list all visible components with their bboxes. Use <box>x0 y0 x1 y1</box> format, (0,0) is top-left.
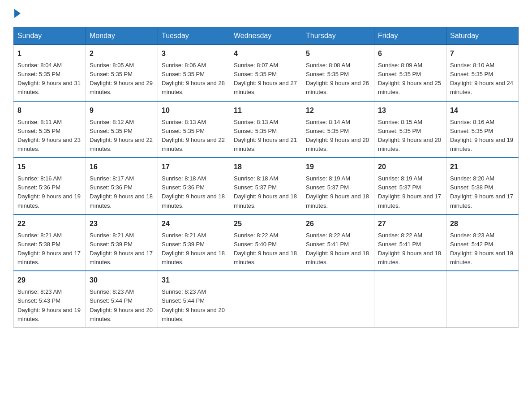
calendar-day-cell: 12 Sunrise: 8:14 AMSunset: 5:35 PMDaylig… <box>302 101 374 158</box>
day-info: Sunrise: 8:13 AMSunset: 5:35 PMDaylight:… <box>162 119 225 152</box>
day-info: Sunrise: 8:19 AMSunset: 5:37 PMDaylight:… <box>378 175 441 209</box>
day-number: 6 <box>378 48 442 59</box>
day-info: Sunrise: 8:18 AMSunset: 5:37 PMDaylight:… <box>234 175 297 209</box>
calendar-day-cell <box>446 271 519 327</box>
day-number: 27 <box>378 218 442 229</box>
calendar-day-cell: 29 Sunrise: 8:23 AMSunset: 5:43 PMDaylig… <box>14 271 86 327</box>
day-number: 26 <box>306 218 370 229</box>
calendar-table: SundayMondayTuesdayWednesdayThursdayFrid… <box>13 27 519 328</box>
day-of-week-header: Thursday <box>302 27 374 45</box>
day-info: Sunrise: 8:16 AMSunset: 5:35 PMDaylight:… <box>450 119 513 152</box>
day-info: Sunrise: 8:23 AMSunset: 5:42 PMDaylight:… <box>450 232 513 265</box>
calendar-day-cell <box>302 271 374 327</box>
day-info: Sunrise: 8:23 AMSunset: 5:43 PMDaylight:… <box>17 288 81 322</box>
calendar-day-cell: 19 Sunrise: 8:19 AMSunset: 5:37 PMDaylig… <box>302 158 374 214</box>
day-number: 3 <box>162 48 226 59</box>
day-number: 13 <box>378 105 442 116</box>
calendar-day-cell: 4 Sunrise: 8:07 AMSunset: 5:35 PMDayligh… <box>230 45 302 101</box>
day-number: 12 <box>306 105 370 116</box>
day-number: 30 <box>90 275 154 286</box>
logo <box>13 9 21 18</box>
day-of-week-header: Friday <box>374 27 446 45</box>
day-number: 29 <box>17 275 82 286</box>
day-info: Sunrise: 8:06 AMSunset: 5:35 PMDaylight:… <box>162 62 225 95</box>
day-info: Sunrise: 8:05 AMSunset: 5:35 PMDaylight:… <box>90 62 153 95</box>
calendar-day-cell: 13 Sunrise: 8:15 AMSunset: 5:35 PMDaylig… <box>374 101 446 158</box>
calendar-day-cell: 31 Sunrise: 8:23 AMSunset: 5:44 PMDaylig… <box>158 271 230 327</box>
calendar-day-cell: 17 Sunrise: 8:18 AMSunset: 5:36 PMDaylig… <box>158 158 230 214</box>
day-number: 7 <box>450 48 515 59</box>
calendar-week-row: 29 Sunrise: 8:23 AMSunset: 5:43 PMDaylig… <box>14 271 519 327</box>
day-info: Sunrise: 8:23 AMSunset: 5:44 PMDaylight:… <box>90 288 153 322</box>
day-info: Sunrise: 8:12 AMSunset: 5:35 PMDaylight:… <box>90 119 153 152</box>
day-info: Sunrise: 8:08 AMSunset: 5:35 PMDaylight:… <box>306 62 369 95</box>
calendar-day-cell: 23 Sunrise: 8:21 AMSunset: 5:39 PMDaylig… <box>86 214 158 271</box>
day-number: 23 <box>90 218 154 229</box>
day-of-week-header: Saturday <box>446 27 519 45</box>
calendar-day-cell: 7 Sunrise: 8:10 AMSunset: 5:35 PMDayligh… <box>446 45 519 101</box>
calendar-day-cell: 22 Sunrise: 8:21 AMSunset: 5:38 PMDaylig… <box>14 214 86 271</box>
day-number: 18 <box>234 162 298 172</box>
calendar-day-cell: 16 Sunrise: 8:17 AMSunset: 5:36 PMDaylig… <box>86 158 158 214</box>
day-of-week-header: Tuesday <box>158 27 230 45</box>
calendar-day-cell: 14 Sunrise: 8:16 AMSunset: 5:35 PMDaylig… <box>446 101 519 158</box>
calendar-week-row: 15 Sunrise: 8:16 AMSunset: 5:36 PMDaylig… <box>14 158 519 214</box>
day-number: 1 <box>17 48 82 59</box>
calendar-day-cell: 15 Sunrise: 8:16 AMSunset: 5:36 PMDaylig… <box>14 158 86 214</box>
calendar-week-row: 1 Sunrise: 8:04 AMSunset: 5:35 PMDayligh… <box>14 45 519 101</box>
day-number: 21 <box>450 162 515 172</box>
day-number: 8 <box>17 105 82 116</box>
day-number: 15 <box>17 162 82 172</box>
day-info: Sunrise: 8:18 AMSunset: 5:36 PMDaylight:… <box>162 175 225 209</box>
day-info: Sunrise: 8:11 AMSunset: 5:35 PMDaylight:… <box>17 119 81 152</box>
calendar-day-cell: 21 Sunrise: 8:20 AMSunset: 5:38 PMDaylig… <box>446 158 519 214</box>
calendar-day-cell: 28 Sunrise: 8:23 AMSunset: 5:42 PMDaylig… <box>446 214 519 271</box>
day-info: Sunrise: 8:21 AMSunset: 5:39 PMDaylight:… <box>90 232 153 265</box>
calendar-day-cell <box>230 271 302 327</box>
calendar-day-cell: 25 Sunrise: 8:22 AMSunset: 5:40 PMDaylig… <box>230 214 302 271</box>
calendar-day-cell: 5 Sunrise: 8:08 AMSunset: 5:35 PMDayligh… <box>302 45 374 101</box>
day-number: 4 <box>234 48 298 59</box>
calendar-day-cell: 11 Sunrise: 8:13 AMSunset: 5:35 PMDaylig… <box>230 101 302 158</box>
calendar-header-row: SundayMondayTuesdayWednesdayThursdayFrid… <box>14 27 519 45</box>
day-info: Sunrise: 8:13 AMSunset: 5:35 PMDaylight:… <box>234 119 297 152</box>
day-number: 9 <box>90 105 154 116</box>
day-number: 10 <box>162 105 226 116</box>
day-info: Sunrise: 8:21 AMSunset: 5:39 PMDaylight:… <box>162 232 225 265</box>
page-header <box>13 9 519 18</box>
day-number: 5 <box>306 48 370 59</box>
day-number: 31 <box>162 275 226 286</box>
calendar-day-cell: 24 Sunrise: 8:21 AMSunset: 5:39 PMDaylig… <box>158 214 230 271</box>
day-number: 20 <box>378 162 442 172</box>
calendar-day-cell: 2 Sunrise: 8:05 AMSunset: 5:35 PMDayligh… <box>86 45 158 101</box>
day-number: 28 <box>450 218 515 229</box>
day-of-week-header: Wednesday <box>230 27 302 45</box>
day-info: Sunrise: 8:10 AMSunset: 5:35 PMDaylight:… <box>450 62 513 95</box>
calendar-day-cell: 8 Sunrise: 8:11 AMSunset: 5:35 PMDayligh… <box>14 101 86 158</box>
calendar-day-cell: 6 Sunrise: 8:09 AMSunset: 5:35 PMDayligh… <box>374 45 446 101</box>
day-info: Sunrise: 8:14 AMSunset: 5:35 PMDaylight:… <box>306 119 369 152</box>
day-info: Sunrise: 8:22 AMSunset: 5:41 PMDaylight:… <box>306 232 369 265</box>
day-number: 2 <box>90 48 154 59</box>
calendar-day-cell: 1 Sunrise: 8:04 AMSunset: 5:35 PMDayligh… <box>14 45 86 101</box>
logo-arrow-icon <box>14 9 21 18</box>
day-number: 25 <box>234 218 298 229</box>
day-number: 11 <box>234 105 298 116</box>
day-number: 24 <box>162 218 226 229</box>
calendar-day-cell: 27 Sunrise: 8:22 AMSunset: 5:41 PMDaylig… <box>374 214 446 271</box>
calendar-day-cell: 20 Sunrise: 8:19 AMSunset: 5:37 PMDaylig… <box>374 158 446 214</box>
calendar-day-cell <box>374 271 446 327</box>
day-number: 19 <box>306 162 370 172</box>
day-of-week-header: Sunday <box>14 27 86 45</box>
day-number: 16 <box>90 162 154 172</box>
calendar-day-cell: 26 Sunrise: 8:22 AMSunset: 5:41 PMDaylig… <box>302 214 374 271</box>
day-number: 22 <box>17 218 82 229</box>
day-of-week-header: Monday <box>86 27 158 45</box>
day-info: Sunrise: 8:09 AMSunset: 5:35 PMDaylight:… <box>378 62 441 95</box>
calendar-day-cell: 10 Sunrise: 8:13 AMSunset: 5:35 PMDaylig… <box>158 101 230 158</box>
day-info: Sunrise: 8:17 AMSunset: 5:36 PMDaylight:… <box>90 175 153 209</box>
day-info: Sunrise: 8:21 AMSunset: 5:38 PMDaylight:… <box>17 232 81 265</box>
day-number: 14 <box>450 105 515 116</box>
calendar-day-cell: 30 Sunrise: 8:23 AMSunset: 5:44 PMDaylig… <box>86 271 158 327</box>
day-info: Sunrise: 8:04 AMSunset: 5:35 PMDaylight:… <box>17 62 81 95</box>
